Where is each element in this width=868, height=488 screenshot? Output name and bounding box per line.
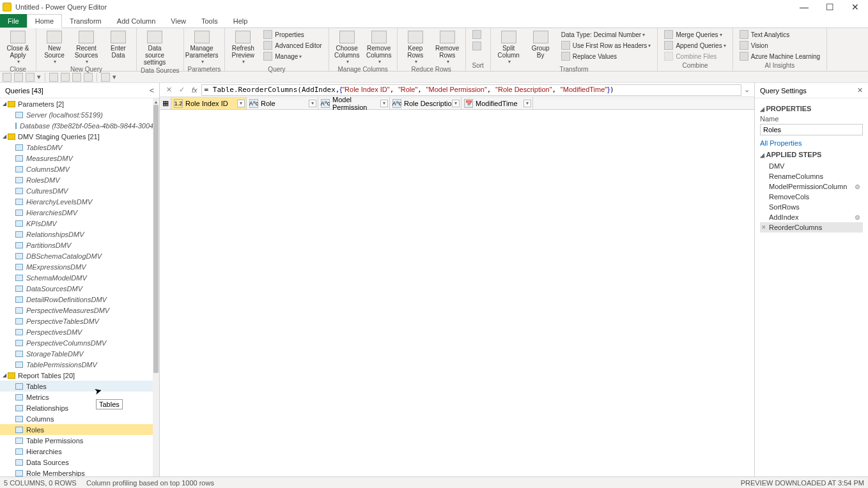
- data-source-settings-button[interactable]: Data source settings: [141, 29, 169, 67]
- tab-help[interactable]: Help: [226, 14, 256, 27]
- tree-group[interactable]: ◢Parameters [2]: [0, 98, 159, 109]
- queries-tree[interactable]: ◢Parameters [2]Server (localhost:55199)D…: [0, 98, 159, 480]
- qat-item[interactable]: [72, 73, 81, 82]
- azure-ml-button[interactable]: Azure Machine Learning: [737, 51, 823, 61]
- close-button[interactable]: ✕: [842, 0, 868, 14]
- column-header[interactable]: AᴮcRole▾: [247, 97, 318, 109]
- applied-step[interactable]: ModelPermissionColumn⚙: [760, 181, 863, 192]
- first-row-headers-button[interactable]: Use First Row as Headers: [559, 40, 654, 50]
- formula-expand-icon[interactable]: ⌄: [741, 86, 752, 94]
- column-header[interactable]: 📅ModifiedTime▾: [461, 97, 533, 109]
- tree-item[interactable]: Tables: [0, 381, 159, 392]
- close-settings-icon[interactable]: ✕: [857, 86, 863, 95]
- applied-step[interactable]: AddIndex⚙: [760, 212, 863, 222]
- sort-desc-button[interactable]: [470, 41, 486, 51]
- keep-rows-button[interactable]: Keep Rows: [401, 29, 430, 66]
- tree-item[interactable]: Metrics: [0, 392, 159, 402]
- tree-item[interactable]: DBSchemaCatalogDMV: [0, 250, 159, 261]
- tab-add-column[interactable]: Add Column: [109, 14, 164, 27]
- group-by-button[interactable]: Group By: [527, 29, 555, 60]
- tree-item[interactable]: RolesDMV: [0, 174, 159, 185]
- manage-parameters-button[interactable]: Manage Parameters: [188, 29, 216, 66]
- formula-input[interactable]: = Table.ReorderColumns(AddIndex,{"Role I…: [201, 84, 741, 96]
- tree-item[interactable]: HierarchiesDMV: [0, 207, 159, 218]
- qat-item[interactable]: [3, 73, 12, 82]
- all-properties-link[interactable]: All Properties: [760, 139, 863, 147]
- tree-item[interactable]: StorageTableDMV: [0, 348, 159, 359]
- tree-item[interactable]: SchemaModelDMV: [0, 272, 159, 283]
- tree-item[interactable]: PerspectiveColumnsDMV: [0, 337, 159, 348]
- merge-queries-button[interactable]: Merge Queries: [662, 29, 728, 40]
- tree-group[interactable]: ◢DMV Staging Queries [21]: [0, 131, 159, 142]
- applied-step[interactable]: RenameColumns: [760, 171, 863, 181]
- formula-cancel-icon[interactable]: ✕: [162, 84, 175, 96]
- grid-body[interactable]: [160, 110, 754, 480]
- column-header[interactable]: 1.2Role Index ID▾: [171, 97, 247, 109]
- collapse-queries-icon[interactable]: <: [150, 86, 154, 95]
- tree-item[interactable]: ColumnsDMV: [0, 164, 159, 174]
- sort-asc-button[interactable]: [470, 29, 486, 40]
- maximize-button[interactable]: ☐: [817, 0, 842, 14]
- data-type-button[interactable]: Data Type: Decimal Number: [559, 29, 654, 40]
- tree-item[interactable]: Database (f3be82bf-05ea-4b8b-9844-3004c1…: [0, 120, 159, 131]
- tree-item[interactable]: MeasuresDMV: [0, 153, 159, 164]
- tree-item[interactable]: Data Sources: [0, 457, 159, 468]
- split-column-button[interactable]: Split Column: [495, 29, 523, 66]
- applied-step[interactable]: ReorderColumns: [760, 222, 863, 233]
- tree-item[interactable]: PerspectiveTablesDMV: [0, 316, 159, 326]
- tree-item[interactable]: CulturesDMV: [0, 185, 159, 196]
- qat-item[interactable]: [84, 73, 93, 82]
- enter-data-button[interactable]: Enter Data: [104, 29, 132, 60]
- tree-item[interactable]: Hierarchies: [0, 446, 159, 457]
- text-analytics-button[interactable]: Text Analytics: [737, 29, 823, 40]
- vision-button[interactable]: Vision: [737, 40, 823, 50]
- tab-transform[interactable]: Transform: [62, 14, 109, 27]
- refresh-preview-button[interactable]: Refresh Preview: [229, 29, 257, 66]
- formula-commit-icon[interactable]: ✓: [175, 84, 188, 96]
- new-source-button[interactable]: New Source: [40, 29, 68, 66]
- tree-scrollbar[interactable]: ▴ ▾: [153, 98, 159, 480]
- applied-step[interactable]: RemoveCols: [760, 192, 863, 202]
- column-header[interactable]: AᴮcModel Permission▾: [318, 97, 390, 109]
- tree-item[interactable]: MExpressionsDMV: [0, 261, 159, 272]
- applied-step[interactable]: DMV: [760, 161, 863, 171]
- scroll-up-icon[interactable]: ▴: [153, 98, 159, 105]
- tree-group[interactable]: ◢Report Tables [20]: [0, 370, 159, 381]
- tree-item[interactable]: KPIsDMV: [0, 218, 159, 229]
- grid-corner-button[interactable]: ▦: [160, 97, 171, 109]
- tab-home[interactable]: Home: [27, 14, 62, 28]
- tree-item[interactable]: TablesDMV: [0, 142, 159, 153]
- manage-button[interactable]: Manage: [261, 51, 324, 61]
- tree-item[interactable]: Columns: [0, 413, 159, 424]
- tree-item[interactable]: PartitionsDMV: [0, 240, 159, 250]
- tab-view[interactable]: View: [163, 14, 194, 27]
- tree-item[interactable]: PerspectiveMeasuresDMV: [0, 305, 159, 316]
- tree-item[interactable]: Relationships: [0, 402, 159, 413]
- close-apply-button[interactable]: Close & Apply: [4, 29, 32, 66]
- qat-item[interactable]: [61, 73, 70, 82]
- tree-item[interactable]: TablePermissionsDMV: [0, 359, 159, 370]
- qat-item[interactable]: [49, 73, 58, 82]
- choose-columns-button[interactable]: Choose Columns: [333, 29, 361, 66]
- column-header[interactable]: AᴮcRole Description▾: [390, 97, 461, 109]
- remove-rows-button[interactable]: Remove Rows: [433, 29, 461, 66]
- tree-item[interactable]: Roles: [0, 424, 159, 435]
- tree-item[interactable]: DataSourcesDMV: [0, 283, 159, 294]
- tree-item[interactable]: RelationshipsDMV: [0, 229, 159, 240]
- remove-columns-button[interactable]: Remove Columns: [365, 29, 393, 66]
- tree-item[interactable]: Server (localhost:55199): [0, 109, 159, 120]
- combine-files-button[interactable]: Combine Files: [662, 51, 728, 61]
- tab-file[interactable]: File: [0, 14, 27, 27]
- append-queries-button[interactable]: Append Queries: [662, 40, 728, 50]
- replace-values-button[interactable]: Replace Values: [559, 51, 654, 61]
- recent-sources-button[interactable]: Recent Sources: [72, 29, 100, 66]
- qat-item[interactable]: [14, 73, 23, 82]
- query-name-input[interactable]: [760, 124, 863, 135]
- scroll-thumb[interactable]: [153, 105, 159, 373]
- advanced-editor-button[interactable]: Advanced Editor: [261, 40, 324, 50]
- tree-item[interactable]: HierarchyLevelsDMV: [0, 196, 159, 207]
- minimize-button[interactable]: —: [791, 0, 817, 14]
- fx-icon[interactable]: fx: [192, 86, 198, 94]
- tree-item[interactable]: DetailRowDefinitionsDMV: [0, 294, 159, 305]
- tree-item[interactable]: PerspectivesDMV: [0, 326, 159, 337]
